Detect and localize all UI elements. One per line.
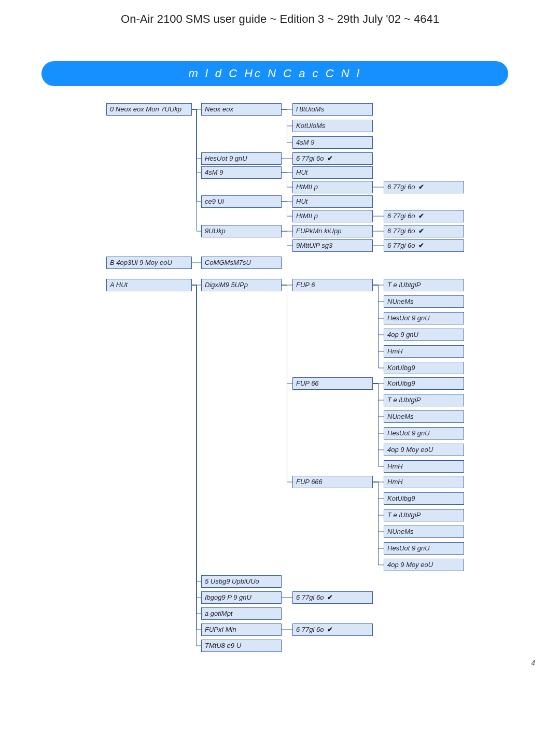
menu-node: 4sM 9 — [201, 166, 282, 179]
menu-node: T e iUbtgiP — [384, 509, 464, 521]
menu-node: FUPxI Min — [201, 623, 282, 636]
menu-node: ce9 Ui — [201, 195, 282, 208]
menu-node: KotUibg9 — [384, 377, 464, 390]
menu-node: Ibgog9 P 9 gnU — [201, 591, 282, 604]
menu-node: 6 77gi 6o — [292, 591, 373, 604]
menu-node: HmH — [384, 476, 464, 488]
menu-node: KotUibg9 — [384, 362, 464, 374]
menu-node: HtMtI p — [292, 210, 373, 222]
menu-node: HmH — [384, 460, 464, 473]
menu-node: 9MttUiP sg3 — [292, 239, 373, 252]
menu-node: 5 Usbg9 UpbiUUo — [201, 575, 282, 588]
page-number: 4 — [531, 659, 535, 667]
menu-node: HesUot 9 gnU — [384, 542, 464, 555]
menu-node: 9UUkp — [201, 225, 282, 237]
menu-node: HesUot 9 gnU — [384, 427, 464, 440]
menu-node: HesUot 9 gnU — [201, 152, 282, 165]
menu-node: FUPkMn kiUpp — [292, 225, 373, 237]
menu-node: A HUt — [106, 279, 192, 291]
menu-node: T e iUbtgiP — [384, 394, 464, 406]
menu-node: NUneMs — [384, 295, 464, 308]
menu-node: KotUibg9 — [384, 492, 464, 505]
menu-node: DigxiM9 5UPp — [201, 279, 282, 291]
menu-node: B 4op3Ui 9 Moy eoU — [106, 257, 192, 269]
menu-node: 4sM 9 — [292, 136, 373, 149]
menu-node: 4op 9 gnU — [384, 329, 464, 341]
menu-node: FUP 666 — [292, 476, 373, 488]
menu-node: NUneMs — [384, 410, 464, 423]
menu-node: 6 77gi 6o — [292, 152, 373, 165]
page-header: On-Air 2100 SMS user guide ~ Edition 3 ~… — [0, 12, 560, 26]
menu-node: l 8tUioMs — [292, 103, 373, 116]
menu-node: FUP 6 — [292, 279, 373, 291]
menu-node: Neox eox — [201, 103, 282, 116]
menu-node: T e iUbtgiP — [384, 279, 464, 291]
menu-node: a gotiMpt — [201, 607, 282, 620]
menu-node: FUP 66 — [292, 377, 373, 390]
menu-node: TMtU8 e9 U — [201, 640, 282, 652]
menu-node: 6 77gi 6o — [384, 225, 464, 237]
menu-node: HesUot 9 gnU — [384, 312, 464, 324]
menu-node: HmH — [384, 345, 464, 358]
menu-node: KotUioMs — [292, 120, 373, 132]
menu-node: 6 77gi 6o — [384, 239, 464, 252]
menu-node: 6 77gi 6o — [384, 181, 464, 193]
menu-node: 6 77gi 6o — [292, 623, 373, 636]
menu-node: HUt — [292, 195, 373, 208]
menu-node: 4op 9 Moy eoU — [384, 559, 464, 571]
menu-node: 4op 9 Moy eoU — [384, 444, 464, 456]
menu-node: HtMtI p — [292, 181, 373, 193]
menu-node: 6 77gi 6o — [384, 210, 464, 222]
menu-node: CoMGMsM7sU — [201, 257, 282, 269]
section-banner: m l d C Hc N C a c C N l — [41, 61, 508, 86]
menu-node: NUneMs — [384, 526, 464, 538]
menu-node: HUt — [292, 166, 373, 179]
menu-node: 0 Neox eox Mon 7UUkp — [106, 103, 192, 116]
